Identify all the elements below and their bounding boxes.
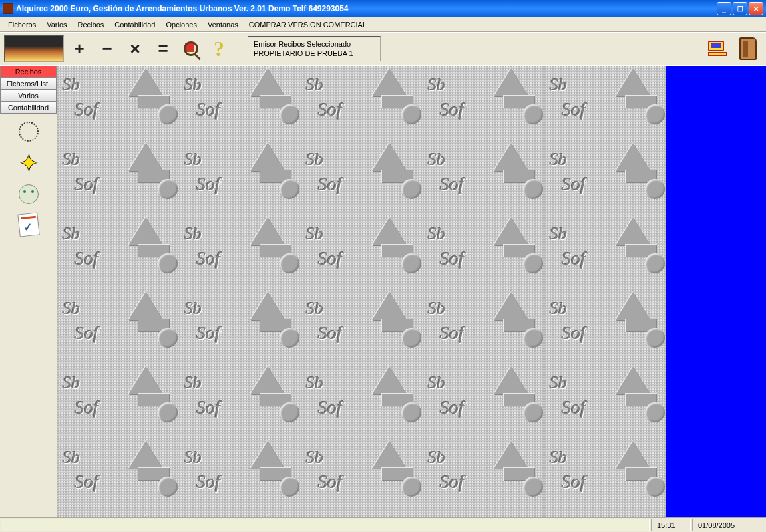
blue-panel [666, 66, 766, 517]
bg-tile: SbSof [179, 513, 301, 517]
watermark-line2: Sof [318, 99, 342, 120]
menu-bar: Ficheros Varios Recibos Contabilidad Opc… [0, 17, 766, 32]
watermark-line1: Sb [306, 299, 323, 319]
watermark-line2: Sof [196, 99, 220, 120]
multiply-button[interactable]: × [122, 36, 148, 61]
help-button[interactable]: ? [206, 36, 232, 61]
watermark-line1: Sb [306, 448, 323, 467]
menu-ventanas[interactable]: Ventanas [202, 19, 244, 30]
menu-contabilidad[interactable]: Contabilidad [109, 19, 160, 30]
star-icon[interactable]: ✦ [17, 151, 41, 175]
note-icon[interactable] [17, 213, 39, 237]
watermark-line2: Sof [562, 397, 586, 418]
watermark-line1: Sb [306, 150, 323, 170]
watermark-line2: Sof [196, 174, 220, 195]
menu-recibos[interactable]: Recibos [73, 19, 110, 30]
subtract-button[interactable]: − [95, 36, 120, 61]
bg-tile: SbSof [301, 140, 423, 215]
status-bar: 15:31 01/08/2005 [0, 517, 766, 532]
menu-opciones[interactable]: Opciones [160, 19, 202, 30]
bg-tile: SbSof [423, 215, 544, 289]
maximize-button[interactable]: ❐ [733, 2, 747, 15]
bg-tile: SbSof [423, 289, 544, 364]
bg-tile: SbSof [179, 438, 301, 513]
bg-tile: SbSof [57, 438, 179, 513]
bg-tile: SbSof [301, 513, 423, 517]
bg-tile: SbSof [301, 215, 423, 289]
menu-varios[interactable]: Varios [41, 19, 72, 30]
watermark-line2: Sof [75, 323, 98, 344]
watermark-line1: Sb [184, 150, 202, 170]
logo-image [4, 35, 64, 62]
computer-button[interactable] [703, 35, 731, 63]
menu-ficheros[interactable]: Ficheros [3, 19, 41, 30]
mdi-background: SbSofSbSofSbSofSbSofSbSofSbSofSbSofSbSof… [57, 66, 666, 517]
bg-tile: SbSof [423, 66, 544, 140]
bg-tile: SbSof [57, 66, 179, 140]
bg-tile: SbSof [301, 289, 423, 364]
window-title: Alquirec 2000 Euro, Gestión de Arrendami… [16, 4, 717, 13]
bg-tile: SbSof [179, 140, 301, 215]
window-controls: _ ❐ ✕ [717, 2, 763, 15]
client-area: Recibos Ficheros/List. Varios Contabilid… [0, 65, 766, 517]
watermark-line1: Sb [184, 373, 202, 393]
watermark-line2: Sof [75, 397, 98, 418]
computer-icon [708, 41, 727, 57]
watermark-line1: Sb [184, 75, 202, 95]
watermark-line2: Sof [440, 174, 464, 195]
watermark-line1: Sb [306, 224, 323, 244]
bg-tile: SbSof [57, 513, 179, 517]
watermark-line1: Sb [550, 373, 567, 393]
sidebar-btn-ficheros[interactable]: Ficheros/List. [0, 78, 57, 90]
close-button[interactable]: ✕ [749, 2, 763, 15]
sidebar-btn-contabilidad[interactable]: Contabilidad [0, 102, 57, 114]
sidebar-btn-recibos[interactable]: Recibos [0, 66, 57, 78]
magnifier-icon [184, 41, 198, 56]
bg-tile: SbSof [544, 140, 666, 215]
watermark-line1: Sb [428, 150, 445, 170]
watermark-line1: Sb [428, 75, 445, 95]
watermark-line1: Sb [550, 299, 567, 319]
watermark-line2: Sof [562, 471, 586, 493]
bg-tile: SbSof [423, 513, 544, 517]
face-icon[interactable] [19, 184, 39, 204]
bg-tile: SbSof [544, 513, 666, 517]
emisor-value: PROPIETARIO DE PRUEBA 1 [254, 49, 375, 58]
watermark-line1: Sb [63, 224, 80, 244]
watermark-line2: Sof [196, 248, 220, 269]
watermark-line2: Sof [562, 248, 586, 269]
watermark-line2: Sof [440, 248, 464, 269]
door-icon [739, 37, 757, 60]
watermark-line2: Sof [440, 323, 464, 344]
watermark-line2: Sof [562, 323, 586, 344]
sidebar-btn-varios[interactable]: Varios [0, 90, 57, 102]
minimize-button[interactable]: _ [717, 2, 731, 15]
watermark-line2: Sof [318, 323, 342, 344]
search-button[interactable] [178, 36, 204, 61]
watermark-line1: Sb [184, 448, 202, 467]
bg-tile: SbSof [301, 438, 423, 513]
bg-tile: SbSof [57, 289, 179, 364]
bg-tile: SbSof [57, 140, 179, 215]
watermark-line1: Sb [306, 373, 323, 393]
exit-button[interactable] [734, 35, 762, 63]
bg-tile: SbSof [544, 438, 666, 513]
watermark-line2: Sof [318, 471, 342, 493]
watermark-line1: Sb [184, 299, 202, 319]
watermark-line2: Sof [562, 99, 586, 120]
watermark-line2: Sof [318, 397, 342, 418]
circle-icon[interactable] [19, 122, 39, 142]
bg-tile: SbSof [301, 66, 423, 140]
status-time: 15:31 [651, 519, 691, 531]
app-icon [3, 3, 13, 14]
watermark-line2: Sof [196, 323, 220, 344]
watermark-line2: Sof [196, 397, 220, 418]
watermark-line2: Sof [75, 99, 98, 120]
watermark-line1: Sb [306, 75, 323, 95]
menu-comprar[interactable]: COMPRAR VERSION COMERCIAL [244, 19, 372, 30]
equals-button[interactable]: = [150, 36, 176, 61]
emisor-panel: Emisor Recibos Seleccionado PROPIETARIO … [248, 36, 381, 62]
mdi-area: SbSofSbSofSbSofSbSofSbSofSbSofSbSofSbSof… [57, 66, 766, 517]
add-button[interactable]: + [67, 36, 92, 61]
bg-tile: SbSof [301, 364, 423, 438]
